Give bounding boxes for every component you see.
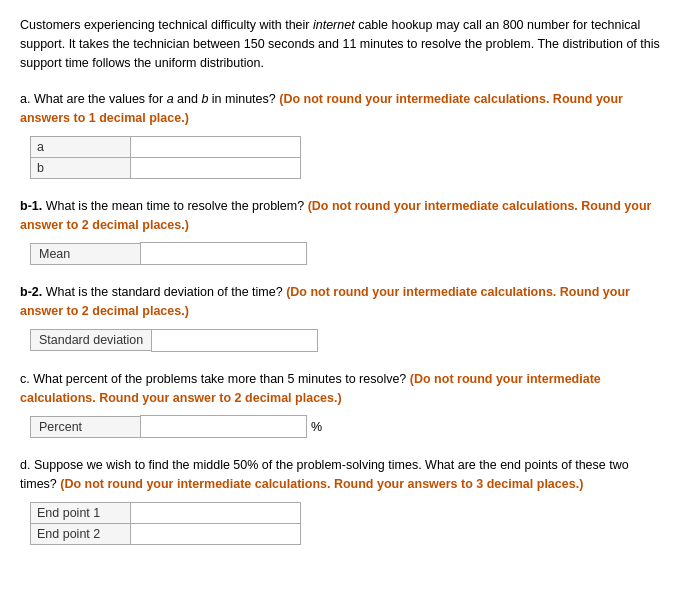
question-a-label: a. What are the values for a and b in mi… [20, 90, 667, 128]
mean-input-box [140, 242, 307, 265]
mean-input[interactable] [145, 247, 302, 261]
field-a-input[interactable] [137, 140, 294, 154]
question-d-emphasis: (Do not round your intermediate calculat… [60, 477, 583, 491]
question-c: c. What percent of the problems take mor… [20, 370, 667, 439]
question-b2-label: b-2. What is the standard deviation of t… [20, 283, 667, 321]
question-a: a. What are the values for a and b in mi… [20, 90, 667, 179]
question-b1: b-1. What is the mean time to resolve th… [20, 197, 667, 266]
question-a-text: What are the values for a and b in minut… [34, 92, 279, 106]
field-a-label: a [31, 136, 131, 157]
stddev-label: Standard deviation [30, 329, 151, 351]
percent-input[interactable] [145, 420, 302, 434]
table-row: a [31, 136, 301, 157]
table-row: End point 2 [31, 523, 301, 544]
field-a-input-cell [131, 136, 301, 157]
question-d-label: d. Suppose we wish to find the middle 50… [20, 456, 667, 494]
question-b1-input-row: Mean [30, 242, 667, 265]
question-d-table: End point 1 End point 2 [30, 502, 301, 545]
question-b1-letter: b-1. [20, 199, 42, 213]
stddev-input-box [151, 329, 318, 352]
percent-input-box [140, 415, 307, 438]
percent-suffix: % [311, 420, 322, 434]
question-d-letter: d. [20, 458, 30, 472]
stddev-input[interactable] [156, 334, 313, 348]
percent-label: Percent [30, 416, 140, 438]
field-b-input[interactable] [137, 161, 294, 175]
endpoint2-input-cell [131, 523, 301, 544]
question-b2-letter: b-2. [20, 285, 42, 299]
question-a-table: a b [30, 136, 301, 179]
table-row: End point 1 [31, 502, 301, 523]
question-b2-text: What is the standard deviation of the ti… [46, 285, 286, 299]
question-c-letter: c. [20, 372, 30, 386]
field-b-input-cell [131, 157, 301, 178]
field-b-label: b [31, 157, 131, 178]
question-c-text: What percent of the problems take more t… [33, 372, 410, 386]
question-c-input-row: Percent % [30, 415, 667, 438]
endpoint2-input[interactable] [137, 527, 294, 541]
endpoint1-input[interactable] [137, 506, 294, 520]
question-a-letter: a. [20, 92, 30, 106]
endpoint2-label: End point 2 [31, 523, 131, 544]
intro-paragraph: Customers experiencing technical difficu… [20, 16, 667, 72]
question-b1-label: b-1. What is the mean time to resolve th… [20, 197, 667, 235]
question-c-label: c. What percent of the problems take mor… [20, 370, 667, 408]
table-row: b [31, 157, 301, 178]
endpoint1-label: End point 1 [31, 502, 131, 523]
question-b1-text: What is the mean time to resolve the pro… [46, 199, 308, 213]
endpoint1-input-cell [131, 502, 301, 523]
mean-label: Mean [30, 243, 140, 265]
question-b2: b-2. What is the standard deviation of t… [20, 283, 667, 352]
question-d: d. Suppose we wish to find the middle 50… [20, 456, 667, 545]
question-b2-input-row: Standard deviation [30, 329, 667, 352]
